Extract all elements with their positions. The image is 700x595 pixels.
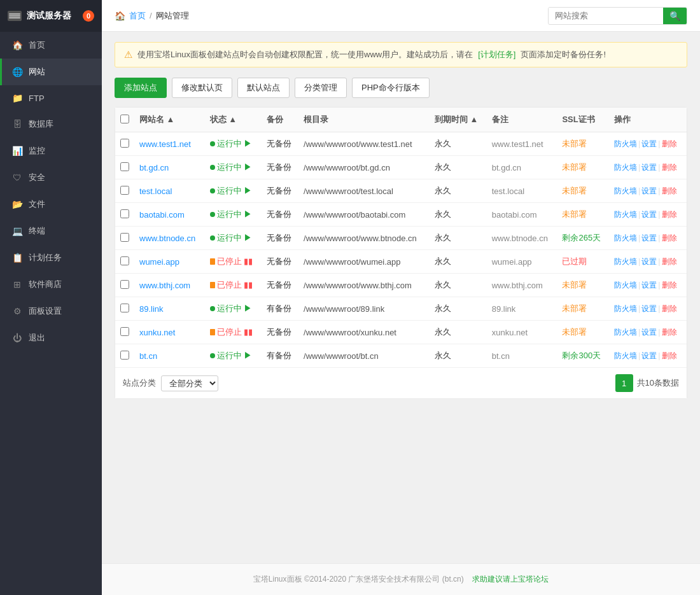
row-checkbox-2[interactable]	[120, 186, 129, 195]
delete-link-4[interactable]: 删除	[662, 234, 677, 242]
ssl-status-7: 未部署	[562, 304, 587, 313]
site-name-3[interactable]: baotabi.com	[139, 210, 185, 220]
row-checkbox-9[interactable]	[120, 351, 129, 360]
backup-3: 无备份	[262, 203, 298, 227]
delete-link-5[interactable]: 删除	[662, 257, 677, 266]
backup-2: 无备份	[262, 179, 298, 203]
sidebar-item-shop[interactable]: ⊞ 软件商店	[0, 271, 102, 298]
breadcrumb-home[interactable]: 首页	[129, 10, 146, 22]
row-checkbox-0[interactable]	[120, 139, 129, 148]
firewall-link-7[interactable]: 防火墙	[614, 304, 637, 313]
row-checkbox-3[interactable]	[120, 209, 129, 218]
delete-link-9[interactable]: 删除	[662, 351, 677, 360]
sidebar-item-security[interactable]: 🛡 安全	[0, 164, 102, 191]
site-name-8[interactable]: xunku.net	[139, 328, 175, 337]
delete-link-1[interactable]: 删除	[662, 163, 677, 172]
site-name-6[interactable]: www.bthj.com	[139, 281, 190, 290]
help-link[interactable]: 求助建议请上宝塔论坛	[472, 575, 549, 584]
delete-link-2[interactable]: 删除	[662, 186, 677, 195]
backup-7: 有备份	[262, 297, 298, 321]
row-checkbox-1[interactable]	[120, 162, 129, 171]
settings-link-9[interactable]: 设置	[641, 351, 657, 360]
select-all-checkbox[interactable]	[120, 115, 129, 123]
alert-link[interactable]: [计划任务]	[478, 49, 515, 60]
warning-icon: ⚠	[124, 49, 132, 60]
site-name-0[interactable]: www.test1.net	[139, 139, 191, 149]
site-name-7[interactable]: 89.link	[139, 304, 164, 314]
settings-link-1[interactable]: 设置	[641, 163, 657, 172]
add-site-button[interactable]: 添加站点	[115, 78, 167, 98]
delete-link-6[interactable]: 删除	[662, 281, 677, 290]
remark-6: www.bthj.com	[487, 274, 557, 297]
search-input[interactable]	[549, 8, 663, 24]
status-running: 运行中 ▶	[210, 209, 256, 220]
firewall-link-1[interactable]: 防火墙	[614, 163, 637, 172]
row-checkbox-5[interactable]	[120, 256, 129, 265]
firewall-link-5[interactable]: 防火墙	[614, 257, 637, 266]
settings-link-7[interactable]: 设置	[641, 304, 657, 313]
tasks-icon: 📋	[12, 253, 22, 263]
php-command-button[interactable]: PHP命令行版本	[352, 78, 430, 98]
monitor-icon: 📊	[12, 146, 22, 156]
remark-3: baotabi.com	[487, 203, 557, 227]
settings-link-3[interactable]: 设置	[641, 210, 657, 219]
site-name-9[interactable]: bt.cn	[139, 351, 157, 361]
sidebar-item-home[interactable]: 🏠 首页	[0, 32, 102, 59]
alert-bar: ⚠ 使用宝塔Linux面板创建站点时会自动创建权限配置，统一使用www用户。建站…	[115, 42, 687, 67]
firewall-link-8[interactable]: 防火墙	[614, 328, 637, 337]
firewall-link-2[interactable]: 防火墙	[614, 186, 637, 195]
default-site-button[interactable]: 默认站点	[237, 78, 290, 98]
classify-manage-button[interactable]: 分类管理	[295, 78, 347, 98]
row-checkbox-8[interactable]	[120, 327, 129, 336]
sidebar-item-database[interactable]: 🗄 数据库	[0, 111, 102, 137]
settings-link-8[interactable]: 设置	[641, 328, 657, 337]
search-button[interactable]: 🔍	[663, 8, 687, 24]
root-3: /www/wwwroot/baotabi.com	[298, 203, 430, 227]
delete-link-0[interactable]: 删除	[662, 139, 677, 148]
ops-9: 防火墙|设置|删除	[609, 344, 687, 368]
site-name-4[interactable]: www.btnode.cn	[139, 234, 195, 243]
root-4: /www/wwwroot/www.btnode.cn	[298, 227, 430, 250]
settings-link-4[interactable]: 设置	[641, 234, 657, 242]
root-6: /www/wwwroot/www.bthj.com	[298, 274, 430, 297]
sidebar-item-ftp[interactable]: 📁 FTP	[0, 85, 102, 111]
ssl-status-2: 未部署	[562, 186, 587, 195]
classify-select[interactable]: 全部分类	[161, 375, 218, 391]
site-name-1[interactable]: bt.gd.cn	[139, 163, 169, 172]
table-row: bt.gd.cn 运行中 ▶ 无备份 /www/wwwroot/bt.gd.cn…	[115, 156, 687, 179]
modify-default-button[interactable]: 修改默认页	[172, 78, 232, 98]
site-name-2[interactable]: test.local	[139, 186, 172, 196]
table-body: www.test1.net 运行中 ▶ 无备份 /www/wwwroot/www…	[115, 132, 687, 368]
delete-link-8[interactable]: 删除	[662, 328, 677, 337]
settings-link-6[interactable]: 设置	[641, 281, 657, 290]
row-checkbox-7[interactable]	[120, 304, 129, 312]
site-name-5[interactable]: wumei.app	[139, 257, 179, 267]
delete-link-7[interactable]: 删除	[662, 304, 677, 313]
root-2: /www/wwwroot/test.local	[298, 179, 430, 203]
home-icon: 🏠	[115, 11, 125, 21]
table-row: bt.cn 运行中 ▶ 有备份 /www/wwwroot/bt.cn 永久 bt…	[115, 344, 687, 368]
expire-2: 永久	[430, 179, 487, 203]
settings-link-2[interactable]: 设置	[641, 186, 657, 195]
firewall-link-0[interactable]: 防火墙	[614, 139, 637, 148]
sidebar-item-website[interactable]: 🌐 网站	[0, 59, 102, 85]
settings-link-5[interactable]: 设置	[641, 257, 657, 266]
firewall-link-3[interactable]: 防火墙	[614, 210, 637, 219]
sidebar-item-monitor[interactable]: 📊 监控	[0, 137, 102, 164]
page-1-button[interactable]: 1	[615, 374, 633, 392]
row-checkbox-4[interactable]	[120, 233, 129, 242]
row-checkbox-6[interactable]	[120, 280, 129, 289]
nav-label-home: 首页	[29, 39, 45, 51]
nav-label-panel: 面板设置	[29, 305, 62, 317]
sidebar-item-files[interactable]: 📂 文件	[0, 191, 102, 218]
settings-link-0[interactable]: 设置	[641, 139, 657, 148]
firewall-link-6[interactable]: 防火墙	[614, 281, 637, 290]
table-row: test.local 运行中 ▶ 无备份 /www/wwwroot/test.l…	[115, 179, 687, 203]
delete-link-3[interactable]: 删除	[662, 210, 677, 219]
firewall-link-4[interactable]: 防火墙	[614, 234, 637, 242]
sidebar-item-tasks[interactable]: 📋 计划任务	[0, 244, 102, 271]
sidebar-item-logout[interactable]: ⏻ 退出	[0, 325, 102, 351]
firewall-link-9[interactable]: 防火墙	[614, 351, 637, 360]
sidebar-item-panel[interactable]: ⚙ 面板设置	[0, 298, 102, 325]
sidebar-item-terminal[interactable]: 💻 终端	[0, 218, 102, 244]
